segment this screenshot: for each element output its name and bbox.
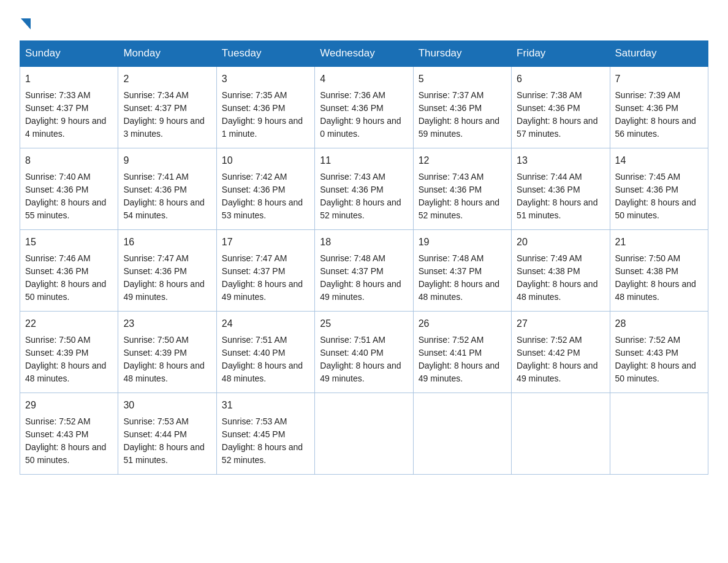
day-number: 17 [222,235,309,250]
sunset-text: Sunset: 4:36 PM [123,266,187,276]
daylight-text: Daylight: 8 hours and 49 minutes. [517,361,597,383]
sunrise-text: Sunrise: 7:47 AM [222,253,287,263]
weekday-header-sunday: Sunday [20,41,118,67]
sunset-text: Sunset: 4:37 PM [25,103,89,113]
sunset-text: Sunset: 4:37 PM [419,266,482,276]
day-number: 13 [517,153,604,168]
day-number: 20 [517,235,604,250]
day-number: 24 [222,316,309,331]
sunrise-text: Sunrise: 7:43 AM [419,172,484,182]
day-number: 3 [222,72,309,86]
daylight-text: Daylight: 8 hours and 48 minutes. [419,279,499,302]
weekday-header-friday: Friday [512,41,610,67]
calendar-cell: 7 Sunrise: 7:39 AM Sunset: 4:36 PM Dayli… [610,66,708,148]
sunset-text: Sunset: 4:43 PM [25,429,89,439]
calendar-cell [610,393,708,475]
sunrise-text: Sunrise: 7:49 AM [517,253,582,263]
sunset-text: Sunset: 4:36 PM [419,185,482,194]
day-number: 19 [419,235,506,250]
calendar-week-1: 1 Sunrise: 7:33 AM Sunset: 4:37 PM Dayli… [20,66,708,148]
daylight-text: Daylight: 8 hours and 52 minutes. [419,197,499,220]
daylight-text: Daylight: 8 hours and 51 minutes. [123,442,204,465]
weekday-header-thursday: Thursday [413,41,511,67]
sunset-text: Sunset: 4:39 PM [25,348,89,358]
sunrise-text: Sunrise: 7:39 AM [615,90,681,100]
daylight-text: Daylight: 8 hours and 50 minutes. [25,279,106,302]
day-number: 9 [123,153,211,168]
sunrise-text: Sunrise: 7:50 AM [25,335,91,345]
sunset-text: Sunset: 4:40 PM [222,348,286,358]
sunrise-text: Sunrise: 7:51 AM [222,335,287,345]
day-number: 30 [123,398,211,413]
daylight-text: Daylight: 8 hours and 49 minutes. [320,279,401,302]
sunrise-text: Sunrise: 7:53 AM [123,416,189,426]
calendar-cell: 1 Sunrise: 7:33 AM Sunset: 4:37 PM Dayli… [20,66,118,148]
daylight-text: Daylight: 8 hours and 48 minutes. [517,279,597,302]
sunrise-text: Sunrise: 7:52 AM [419,335,484,345]
calendar-cell: 14 Sunrise: 7:45 AM Sunset: 4:36 PM Dayl… [610,148,708,230]
sunrise-text: Sunrise: 7:48 AM [419,253,484,263]
calendar-cell: 2 Sunrise: 7:34 AM Sunset: 4:37 PM Dayli… [118,66,216,148]
calendar-cell: 6 Sunrise: 7:38 AM Sunset: 4:36 PM Dayli… [512,66,610,148]
sunset-text: Sunset: 4:36 PM [25,266,89,276]
day-number: 28 [615,316,703,331]
calendar-cell: 30 Sunrise: 7:53 AM Sunset: 4:44 PM Dayl… [118,393,216,475]
calendar-week-3: 15 Sunrise: 7:46 AM Sunset: 4:36 PM Dayl… [20,230,708,312]
sunset-text: Sunset: 4:36 PM [615,103,679,113]
sunrise-text: Sunrise: 7:50 AM [615,253,681,263]
sunset-text: Sunset: 4:36 PM [222,185,286,194]
day-number: 21 [615,235,703,250]
daylight-text: Daylight: 8 hours and 50 minutes. [25,442,106,465]
sunset-text: Sunset: 4:36 PM [123,185,187,194]
weekday-header-row: SundayMondayTuesdayWednesdayThursdayFrid… [20,41,708,67]
sunset-text: Sunset: 4:37 PM [123,103,187,113]
sunrise-text: Sunrise: 7:48 AM [320,253,385,263]
day-number: 2 [123,72,211,86]
daylight-text: Daylight: 9 hours and 1 minute. [222,116,303,139]
day-number: 14 [615,153,703,168]
sunset-text: Sunset: 4:37 PM [320,266,384,276]
daylight-text: Daylight: 8 hours and 52 minutes. [222,442,303,465]
sunrise-text: Sunrise: 7:36 AM [320,90,385,100]
sunrise-text: Sunrise: 7:52 AM [25,416,91,426]
calendar-cell: 21 Sunrise: 7:50 AM Sunset: 4:38 PM Dayl… [610,230,708,312]
sunset-text: Sunset: 4:36 PM [517,103,580,113]
sunrise-text: Sunrise: 7:43 AM [320,172,385,182]
calendar-cell: 31 Sunrise: 7:53 AM Sunset: 4:45 PM Dayl… [216,393,314,475]
daylight-text: Daylight: 8 hours and 52 minutes. [320,197,401,220]
daylight-text: Daylight: 8 hours and 48 minutes. [222,361,303,383]
sunset-text: Sunset: 4:45 PM [222,429,286,439]
daylight-text: Daylight: 8 hours and 48 minutes. [123,361,204,383]
sunrise-text: Sunrise: 7:38 AM [517,90,582,100]
sunset-text: Sunset: 4:43 PM [615,348,679,358]
sunrise-text: Sunrise: 7:46 AM [25,253,91,263]
day-number: 25 [320,316,408,331]
day-number: 11 [320,153,408,168]
sunset-text: Sunset: 4:39 PM [123,348,187,358]
daylight-text: Daylight: 8 hours and 50 minutes. [615,361,696,383]
daylight-text: Daylight: 8 hours and 48 minutes. [25,361,106,383]
sunrise-text: Sunrise: 7:42 AM [222,172,287,182]
calendar-table: SundayMondayTuesdayWednesdayThursdayFrid… [20,40,708,475]
day-number: 8 [25,153,113,168]
calendar-cell: 8 Sunrise: 7:40 AM Sunset: 4:36 PM Dayli… [20,148,118,230]
sunset-text: Sunset: 4:40 PM [320,348,384,358]
daylight-text: Daylight: 8 hours and 55 minutes. [25,197,106,220]
calendar-cell: 3 Sunrise: 7:35 AM Sunset: 4:36 PM Dayli… [216,66,314,148]
sunrise-text: Sunrise: 7:40 AM [25,172,91,182]
sunrise-text: Sunrise: 7:45 AM [615,172,681,182]
daylight-text: Daylight: 9 hours and 0 minutes. [320,116,401,139]
calendar-cell: 19 Sunrise: 7:48 AM Sunset: 4:37 PM Dayl… [413,230,511,312]
weekday-header-wednesday: Wednesday [315,41,413,67]
calendar-cell: 29 Sunrise: 7:52 AM Sunset: 4:43 PM Dayl… [20,393,118,475]
daylight-text: Daylight: 8 hours and 49 minutes. [320,361,401,383]
sunset-text: Sunset: 4:36 PM [517,185,580,194]
day-number: 10 [222,153,309,168]
sunset-text: Sunset: 4:37 PM [222,266,286,276]
sunrise-text: Sunrise: 7:44 AM [517,172,582,182]
calendar-cell: 11 Sunrise: 7:43 AM Sunset: 4:36 PM Dayl… [315,148,413,230]
day-number: 26 [419,316,506,331]
sunset-text: Sunset: 4:42 PM [517,348,580,358]
daylight-text: Daylight: 8 hours and 56 minutes. [615,116,696,139]
daylight-text: Daylight: 8 hours and 50 minutes. [615,197,696,220]
